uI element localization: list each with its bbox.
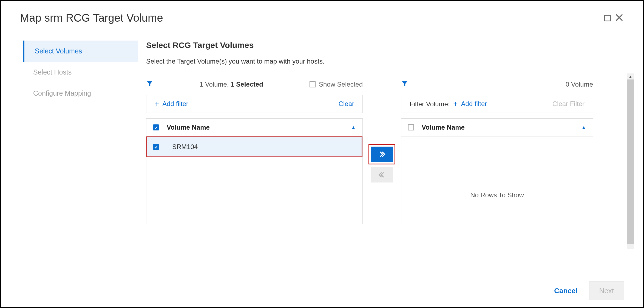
close-icon[interactable]: [615, 13, 624, 23]
clear-filter-button: Clear Filter: [552, 100, 585, 108]
add-filter-button[interactable]: + Add filter: [155, 100, 188, 108]
next-button: Next: [589, 281, 624, 300]
select-all-checkbox[interactable]: [408, 124, 414, 130]
plus-icon: +: [155, 100, 159, 108]
wizard-step-configure-mapping: Configure Mapping: [23, 83, 138, 104]
left-count-text: 1 Volume, 1 Selected: [200, 81, 263, 88]
left-column-header[interactable]: Volume Name ▲: [146, 118, 363, 136]
filter-icon[interactable]: [146, 80, 153, 89]
wizard-step-select-hosts: Select Hosts: [23, 62, 138, 83]
move-right-button[interactable]: [371, 147, 393, 162]
highlight-annotation: [368, 144, 395, 164]
empty-message: No Rows To Show: [401, 136, 593, 199]
show-selected-checkbox[interactable]: [310, 81, 316, 87]
dialog-title: Map srm RCG Target Volume: [20, 12, 163, 24]
filter-volume-label: Filter Volume:: [410, 100, 450, 108]
clear-button[interactable]: Clear: [339, 100, 354, 108]
table-row[interactable]: SRM104: [146, 136, 362, 157]
sort-asc-icon[interactable]: ▲: [351, 125, 356, 130]
cancel-button[interactable]: Cancel: [552, 286, 579, 295]
page-title: Select RCG Target Volumes: [146, 41, 635, 50]
add-filter-button[interactable]: + Add filter: [453, 100, 487, 108]
right-count-text: 0 Volume: [566, 81, 593, 88]
page-description: Select the Target Volume(s) you want to …: [146, 58, 635, 65]
show-selected-label: Show Selected: [319, 81, 363, 88]
volume-name-cell: SRM104: [172, 143, 198, 151]
plus-icon: +: [453, 100, 458, 108]
move-left-button[interactable]: [371, 167, 393, 182]
sort-asc-icon[interactable]: ▲: [581, 125, 586, 130]
scrollbar[interactable]: ▴: [627, 73, 634, 249]
select-all-checkbox[interactable]: [153, 124, 159, 130]
filter-icon[interactable]: [401, 80, 408, 89]
wizard-sidebar: Select Volumes Select Hosts Configure Ma…: [23, 30, 138, 243]
wizard-step-select-volumes[interactable]: Select Volumes: [23, 41, 138, 62]
maximize-icon[interactable]: [604, 15, 611, 21]
left-grid-body: SRM104: [146, 136, 363, 224]
right-grid-body: No Rows To Show: [401, 136, 593, 224]
row-checkbox[interactable]: [153, 144, 159, 150]
right-column-header[interactable]: Volume Name ▲: [401, 118, 593, 136]
